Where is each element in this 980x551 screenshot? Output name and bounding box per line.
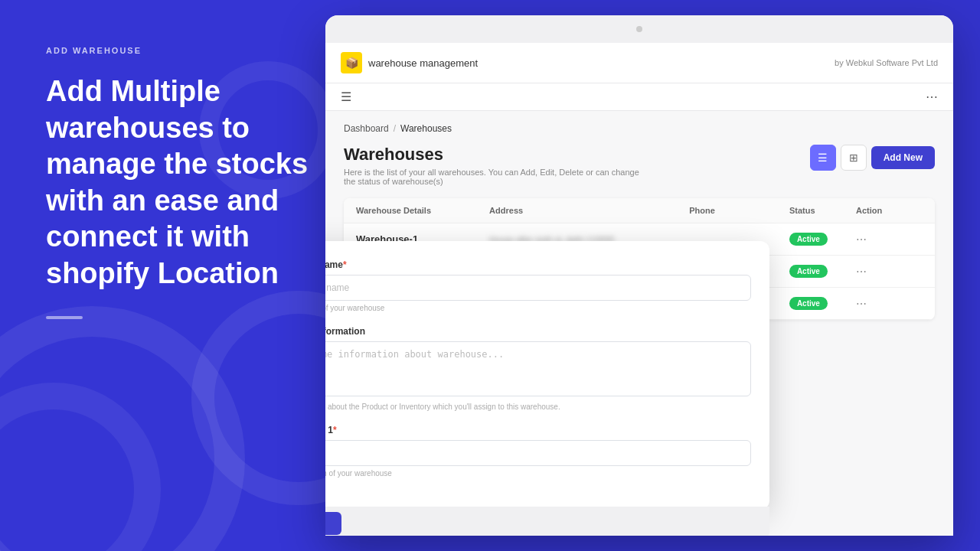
status-badge-2: Active (789, 265, 828, 278)
additional-info-textarea[interactable] (325, 341, 751, 396)
form-group-additional-info: Additional Information This info coud be… (325, 326, 751, 411)
divider (46, 316, 83, 319)
list-view-button[interactable]: ☰ (810, 145, 836, 171)
breadcrumb: Dashboard / Warehouses (344, 123, 935, 134)
col-header-action: Action (856, 206, 923, 215)
browser-window: 📦 warehouse management by Webkul Softwar… (325, 15, 953, 536)
page-header: Warehouses Here is the list of your all … (344, 145, 935, 186)
app-toolbar: ☰ ⋯ (325, 83, 953, 111)
app-logo: 📦 warehouse management (341, 52, 478, 73)
app-header: 📦 warehouse management by Webkul Softwar… (325, 43, 953, 83)
col-header-phone: Phone (689, 206, 789, 215)
app-byline: by Webkul Software Pvt Ltd (835, 58, 938, 67)
status-badge-3: Active (789, 297, 828, 310)
header-actions: ☰ ⊞ Add New (810, 145, 935, 171)
grid-view-button[interactable]: ⊞ (841, 145, 867, 171)
submit-button[interactable]: Submit (325, 512, 341, 535)
warehouse-action-cell: ⋯ (856, 233, 923, 246)
section-label: ADD WAREHOUSE (46, 46, 314, 55)
breadcrumb-home[interactable]: Dashboard (344, 123, 389, 134)
form-footer: Submit (325, 507, 769, 536)
page-title-block: Warehouses Here is the list of your all … (344, 145, 650, 186)
right-panel: 📦 warehouse management by Webkul Softwar… (283, 0, 980, 551)
toolbar-dots-menu[interactable]: ⋯ (926, 90, 938, 104)
col-header-name: Warehouse details (356, 206, 489, 215)
logo-icon: 📦 (341, 52, 362, 73)
warehouse-name-input[interactable] (325, 275, 751, 301)
additional-info-label: Additional Information (325, 326, 751, 337)
app-main: Dashboard / Warehouses Warehouses Here i… (325, 111, 953, 332)
status-badge: Active (789, 233, 828, 246)
action-dots-icon-3[interactable]: ⋯ (856, 298, 867, 310)
add-new-button[interactable]: Add New (871, 146, 935, 169)
col-header-address: Address (489, 206, 689, 215)
warehouse-status-cell-2: Active (789, 265, 856, 278)
warehouse-status-cell: Active (789, 233, 856, 246)
additional-info-hint: This info coud be about the Product or I… (325, 403, 751, 411)
browser-dot (636, 26, 642, 32)
warehouse-name-hint: Enter the name of your warehouse (325, 304, 751, 312)
address-line1-input[interactable] (325, 440, 751, 466)
main-heading: Add Multiple warehouses to manage the st… (46, 73, 314, 292)
form-group-name: Warehouse name* Enter the name of your w… (325, 259, 751, 312)
add-warehouse-form: Warehouse name* Enter the name of your w… (325, 241, 769, 510)
page-subtitle: Here is the list of your all warehouses.… (344, 168, 650, 186)
page-title: Warehouses (344, 145, 650, 165)
form-group-address: Address Line 1* Enter the location of yo… (325, 425, 751, 478)
address-hint: Enter the location of your warehouse (325, 469, 751, 478)
warehouse-action-cell-2: ⋯ (856, 266, 923, 278)
hamburger-icon[interactable]: ☰ (341, 90, 351, 104)
app-content: 📦 warehouse management by Webkul Softwar… (325, 43, 953, 536)
breadcrumb-separator: / (394, 123, 396, 134)
action-dots-icon-2[interactable]: ⋯ (856, 266, 867, 278)
col-header-status: status (789, 206, 856, 215)
warehouse-status-cell-3: Active (789, 297, 856, 310)
action-dots-icon[interactable]: ⋯ (856, 233, 867, 246)
table-header: Warehouse details Address Phone status A… (344, 198, 935, 223)
app-title: warehouse management (368, 57, 478, 69)
warehouse-action-cell-3: ⋯ (856, 298, 923, 310)
warehouse-name-label: Warehouse name* (325, 259, 751, 270)
browser-chrome (325, 15, 953, 43)
breadcrumb-current: Warehouses (400, 123, 452, 134)
address-line1-label: Address Line 1* (325, 425, 751, 435)
